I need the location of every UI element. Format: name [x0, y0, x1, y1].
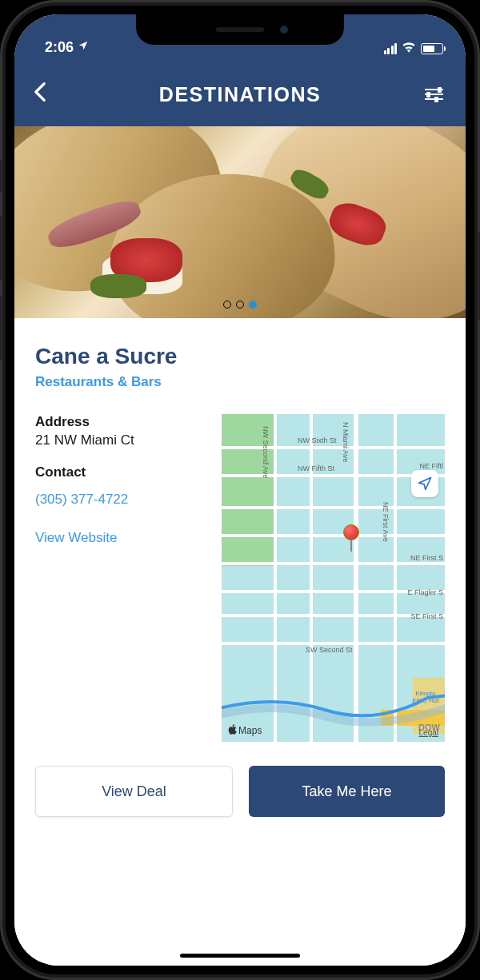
detail-text-column: Address 21 NW Miami Ct Contact (305) 377…: [35, 414, 207, 742]
carousel-dots[interactable]: [223, 301, 257, 309]
volume-down: [0, 296, 2, 360]
notch: [136, 14, 344, 45]
detail-row: Address 21 NW Miami Ct Contact (305) 377…: [35, 414, 445, 742]
mute-switch: [0, 160, 2, 192]
locate-me-button[interactable]: [411, 470, 438, 497]
signal-icon: [384, 43, 398, 54]
carousel-dot-2[interactable]: [236, 301, 244, 309]
carousel-dot-1[interactable]: [223, 301, 231, 309]
wifi-icon: [402, 42, 416, 56]
address-label: Address: [35, 414, 207, 430]
map-legal-link[interactable]: Legal: [419, 728, 438, 737]
maps-attribution: Maps: [228, 724, 262, 737]
map-label: SW Second St: [306, 646, 353, 654]
action-row: View Deal Take Me Here: [35, 766, 445, 817]
map-label: NW Fifth St: [298, 464, 334, 472]
view-deal-button[interactable]: View Deal: [35, 766, 233, 817]
battery-icon: [421, 43, 443, 54]
carousel-dot-3[interactable]: [249, 301, 257, 309]
filter-button[interactable]: [422, 89, 446, 100]
map-label: N Miami Ave: [342, 422, 350, 462]
map-label: NE First Ave: [382, 502, 390, 542]
status-left: 2:06: [45, 39, 89, 56]
location-icon: [78, 40, 89, 54]
map-label: NW Second Ave: [262, 426, 270, 478]
website-link[interactable]: View Website: [35, 530, 207, 546]
map-pin-icon: [343, 524, 359, 552]
map-label: SE First S: [410, 612, 443, 620]
place-category: Restaurants & Bars: [35, 374, 445, 390]
screen: 2:06 DESTINATIONS: [14, 14, 466, 966]
apple-logo-icon: [228, 724, 237, 737]
map-view[interactable]: NW Sixth St NW Fifth St NW Second Ave N …: [222, 414, 445, 742]
phone-link[interactable]: (305) 377-4722: [35, 492, 207, 508]
nav-header: DESTINATIONS: [14, 62, 466, 126]
content-area: Cane a Sucre Restaurants & Bars Address …: [14, 318, 466, 966]
map-label: NW Sixth St: [298, 436, 337, 444]
place-name: Cane a Sucre: [35, 344, 445, 369]
map-label: NE Fiftl: [419, 462, 443, 470]
status-time: 2:06: [45, 39, 74, 56]
address-value: 21 NW Miami Ct: [35, 432, 207, 448]
status-right: [384, 42, 444, 56]
phone-frame: 2:06 DESTINATIONS: [0, 0, 480, 980]
hero-image-carousel[interactable]: [14, 126, 466, 318]
home-indicator[interactable]: [180, 954, 300, 958]
contact-label: Contact: [35, 464, 207, 480]
map-label: NE First S: [410, 554, 443, 562]
take-me-here-button[interactable]: Take Me Here: [249, 766, 445, 817]
page-title: DESTINATIONS: [159, 83, 321, 106]
volume-up: [0, 216, 2, 280]
back-button[interactable]: [34, 81, 58, 108]
map-label: E Flagler S: [407, 588, 443, 596]
